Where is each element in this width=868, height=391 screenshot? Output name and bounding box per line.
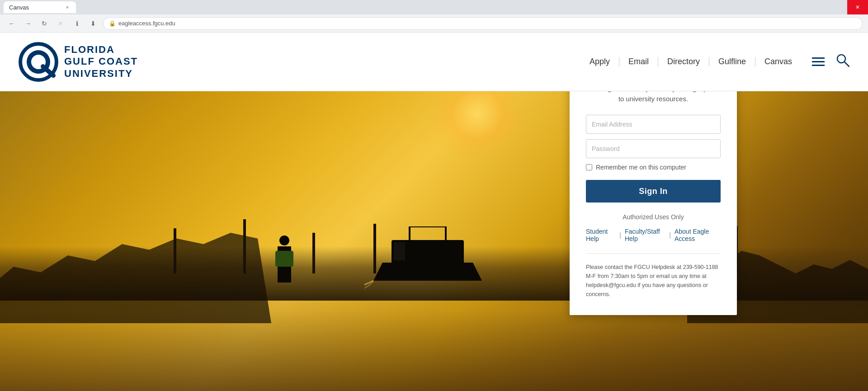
hamburger-line-2 — [812, 61, 825, 62]
helpdesk-info: Please contact the FGCU Helpdesk at 239-… — [586, 253, 721, 299]
svg-text:Q: Q — [31, 57, 38, 67]
tab-close-button[interactable]: × — [64, 4, 71, 10]
boat-container — [364, 226, 491, 301]
light-post-1 — [174, 228, 176, 273]
nav-directory[interactable]: Directory — [658, 57, 709, 66]
window-close-button[interactable]: ✕ — [847, 0, 868, 14]
help-separator-2: | — [669, 231, 671, 239]
browser-tab[interactable]: Canvas × — [4, 1, 76, 13]
about-link[interactable]: About Eagle Access — [675, 228, 721, 242]
boat-svg — [364, 226, 491, 299]
tab-title: Canvas — [9, 4, 29, 11]
help-separator-1: | — [619, 231, 621, 239]
svg-line-10 — [844, 62, 849, 66]
address-bar[interactable]: 🔒 eagleaccess.fgcu.edu — [103, 17, 863, 30]
reload-button[interactable]: ↻ — [38, 17, 51, 30]
header-nav: Apply Email Directory Gulfline Canvas — [580, 53, 850, 71]
password-input[interactable] — [586, 139, 721, 158]
remember-me-label[interactable]: Remember me on this computer — [596, 164, 686, 171]
logo-university: University — [64, 68, 138, 80]
light-post-2 — [243, 219, 246, 273]
hamburger-menu-button[interactable] — [812, 57, 825, 66]
light-post-3 — [312, 233, 315, 273]
help-links: Student Help | Faculty/Staff Help | Abou… — [586, 228, 721, 242]
stop-button[interactable]: ✕ — [54, 17, 67, 30]
vest — [275, 251, 293, 267]
page-wrapper: Q Florida Gulf Coast University Apply Em… — [0, 33, 868, 391]
browser-toolbar: ← → ↻ ✕ ℹ ⬇ 🔒 eagleaccess.fgcu.edu — [0, 14, 868, 33]
forward-button[interactable]: → — [22, 17, 34, 30]
logo-text: Florida Gulf Coast University — [64, 44, 138, 80]
authorized-text: Authorized Uses Only — [586, 213, 721, 221]
nav-email[interactable]: Email — [619, 57, 658, 66]
logo-area[interactable]: Q Florida Gulf Coast University — [18, 42, 138, 82]
back-button[interactable]: ← — [5, 17, 18, 30]
head — [279, 236, 289, 245]
logo-gulf-coast: Gulf Coast — [64, 56, 138, 67]
search-icon — [835, 53, 850, 67]
header-icons — [812, 53, 850, 71]
remember-me-checkbox[interactable] — [586, 164, 592, 170]
nav-apply[interactable]: Apply — [580, 57, 619, 66]
hamburger-line-3 — [812, 65, 825, 66]
nav-canvas[interactable]: Canvas — [755, 57, 801, 66]
download-button[interactable]: ⬇ — [87, 17, 99, 30]
nav-gulfline[interactable]: Gulfline — [709, 57, 755, 66]
remember-me-container: Remember me on this computer — [586, 164, 721, 171]
search-button[interactable] — [835, 53, 850, 71]
sign-in-button[interactable]: Sign In — [586, 180, 721, 203]
wakeboarder-figure — [278, 246, 291, 283]
site-header: Q Florida Gulf Coast University Apply Em… — [0, 33, 868, 91]
email-input[interactable] — [586, 115, 721, 134]
faculty-help-link[interactable]: Faculty/Staff Help — [625, 228, 665, 242]
logo-florida: Florida — [64, 44, 138, 56]
browser-titlebar: Canvas × ✕ — [0, 0, 868, 14]
fgcu-logo-icon: Q — [18, 42, 59, 82]
info-button[interactable]: ℹ — [71, 17, 83, 30]
student-help-link[interactable]: Student Help — [586, 228, 616, 242]
hamburger-line-1 — [812, 57, 825, 59]
